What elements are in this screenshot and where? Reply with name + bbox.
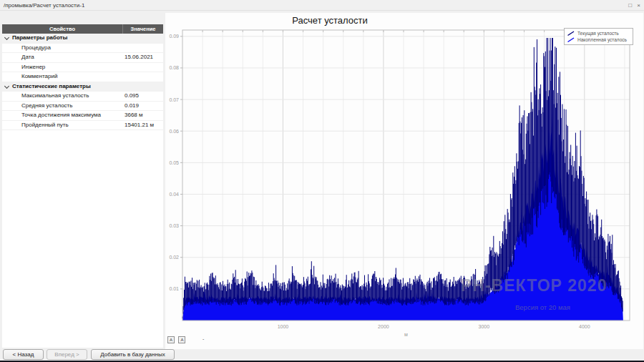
chart-legend: Текущая усталость Накопленная усталось xyxy=(564,28,633,45)
svg-text:0.09: 0.09 xyxy=(169,34,179,39)
property-row[interactable]: Точка достижения максимума3668 м xyxy=(2,111,163,121)
svg-text:0.03: 0.03 xyxy=(169,223,179,228)
svg-text:0.05: 0.05 xyxy=(169,160,179,165)
document-path: /промывка/Расчет усталости-1 xyxy=(4,2,84,9)
float-window-icon[interactable]: □ xyxy=(628,2,632,9)
svg-text:4000: 4000 xyxy=(579,324,590,329)
property-row[interactable]: Комментарий xyxy=(2,72,163,82)
legend-line-icon xyxy=(567,31,575,36)
section-row[interactable]: Параметры работы xyxy=(2,34,163,44)
svg-text:0.04: 0.04 xyxy=(169,192,179,197)
property-row[interactable]: Пройденный путь15401.21 м xyxy=(2,121,163,131)
properties-table-body: Параметры работыПроцедураДата15.06.2021И… xyxy=(2,34,163,130)
section-row[interactable]: Статистические параметры xyxy=(2,82,163,92)
properties-table-header: Свойство Значение xyxy=(2,24,163,34)
titlebar: /промывка/Расчет усталости-1 □ × xyxy=(0,0,644,11)
splitter-dash-icon[interactable]: - xyxy=(203,336,204,342)
chevron-down-icon xyxy=(4,35,9,40)
property-row[interactable]: Дата15.06.2021 xyxy=(2,53,163,63)
legend-item-accumulated-fatigue[interactable]: Накопленная усталось xyxy=(567,36,630,43)
legend-label: Накопленная усталось xyxy=(577,37,627,42)
back-button[interactable]: < Назад xyxy=(3,349,44,360)
fatigue-chart[interactable]: 0.010.020.030.040.050.060.070.080.091000… xyxy=(165,13,643,341)
chart-mini-toolbar: A A - xyxy=(167,336,204,343)
axis-font-a2-icon[interactable]: A xyxy=(178,336,185,343)
add-to-database-button[interactable]: Добавить в базу данных xyxy=(91,349,175,360)
legend-label: Текущая усталость xyxy=(577,31,619,36)
svg-text:0.02: 0.02 xyxy=(169,255,179,260)
footer-toolbar: < Назад Вперед > Добавить в базу данных xyxy=(0,348,644,361)
column-header-value[interactable]: Значение xyxy=(123,24,163,34)
svg-text:3000: 3000 xyxy=(479,324,490,329)
titlebar-icons: □ × xyxy=(625,0,640,11)
column-header-property[interactable]: Свойство xyxy=(2,24,123,34)
svg-text:м: м xyxy=(404,332,408,337)
property-row[interactable]: Средняя усталость0.019 xyxy=(2,102,163,112)
property-row[interactable]: Процедура xyxy=(2,44,163,54)
chart-panel: Расчет усталости 0.010.020.030.040.050.0… xyxy=(165,13,643,349)
chevron-down-icon xyxy=(4,83,9,88)
svg-text:0.08: 0.08 xyxy=(169,65,179,70)
svg-text:1000: 1000 xyxy=(278,324,289,329)
svg-text:0.06: 0.06 xyxy=(169,129,179,134)
svg-text:2000: 2000 xyxy=(378,324,389,329)
axis-font-a1-icon[interactable]: A xyxy=(167,336,175,343)
close-icon[interactable]: × xyxy=(637,2,640,9)
forward-button[interactable]: Вперед > xyxy=(47,349,87,360)
legend-line-icon xyxy=(567,37,575,43)
properties-panel: Свойство Значение Параметры работыПроцед… xyxy=(2,24,163,348)
property-row[interactable]: Инженер xyxy=(2,63,163,73)
svg-text:0.01: 0.01 xyxy=(169,286,179,291)
legend-item-current-fatigue[interactable]: Текущая усталость xyxy=(567,30,630,36)
svg-text:0.07: 0.07 xyxy=(169,97,179,102)
property-row[interactable]: Максимальная усталость0.095 xyxy=(2,92,163,102)
